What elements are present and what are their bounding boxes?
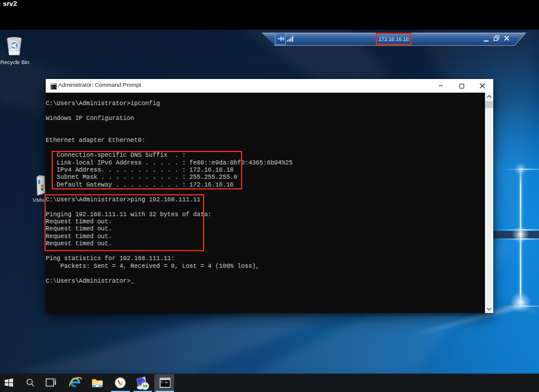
svg-text:C:\: C:\ bbox=[51, 85, 57, 89]
